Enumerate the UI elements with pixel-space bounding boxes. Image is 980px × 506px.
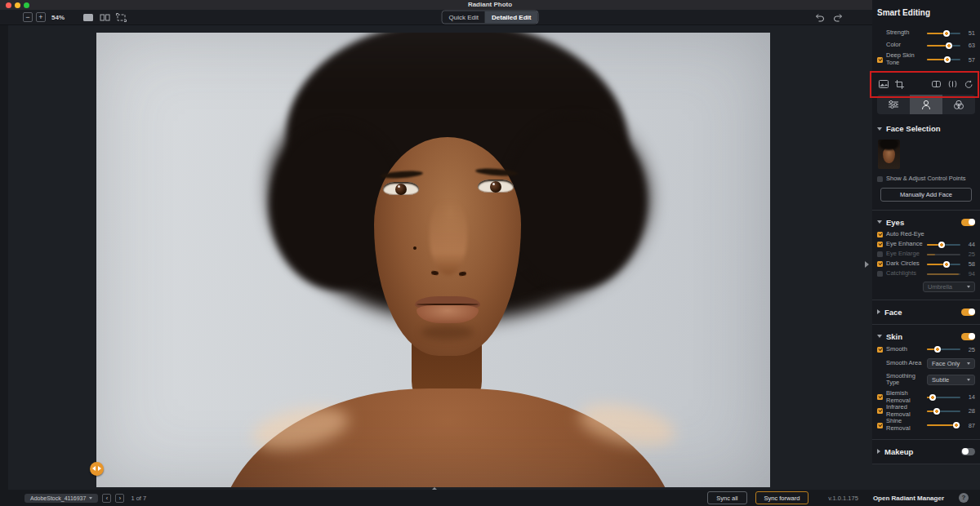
portrait-face [374, 137, 521, 356]
slider-knob[interactable] [944, 56, 951, 63]
quick-edit-tab[interactable]: Quick Edit [443, 11, 485, 24]
smooth-area-row: Smooth Area Face Only [872, 358, 980, 369]
dark-circles-checkbox[interactable] [877, 261, 883, 267]
face-thumbnail[interactable] [878, 140, 900, 169]
tab-color[interactable] [942, 95, 975, 114]
blemish-removal-checkbox[interactable] [877, 394, 883, 400]
catchlights-slider[interactable] [927, 273, 960, 275]
skin-toggle[interactable] [961, 333, 975, 340]
open-radiant-manager-link[interactable]: Open Radiant Manager [873, 495, 944, 502]
sync-all-button[interactable]: Sync all [707, 491, 746, 504]
eye-enlarge-checkbox[interactable] [877, 251, 883, 257]
zoom-out-button[interactable]: − [23, 12, 33, 22]
deep-skin-tone-checkbox[interactable] [877, 57, 883, 63]
bottombar: AdobeStock_4116937 ‹ › 1 of 7 Sync all S… [0, 490, 980, 506]
detailed-edit-tab[interactable]: Detailed Edit [485, 11, 537, 24]
skin-section-header[interactable]: Skin [872, 329, 980, 344]
infrared-removal-row: Infrared Removal 28 [872, 404, 980, 418]
image-icon[interactable] [879, 80, 889, 88]
preview-icon[interactable] [948, 80, 957, 88]
eye-enhance-slider[interactable] [927, 244, 960, 246]
makeup-section-header[interactable]: Makeup [872, 444, 980, 459]
disclosure-triangle-icon [877, 449, 880, 454]
blemish-removal-slider[interactable] [927, 397, 960, 398]
catchlight-type-dropdown[interactable]: Umbrella [923, 282, 975, 292]
face-selection-header[interactable]: Face Selection [872, 121, 980, 136]
deep-skin-tone-slider-row: Deep Skin Tone 57 [872, 51, 980, 68]
filename-dropdown[interactable]: AdobeStock_4116937 [24, 494, 98, 503]
titlebar: Radiant Photo [0, 0, 980, 10]
catchlight-type-row: Umbrella [872, 282, 980, 292]
compare-icon[interactable] [932, 80, 941, 88]
control-points-checkbox[interactable] [877, 176, 883, 182]
panel-collapse-icon[interactable] [865, 261, 869, 268]
edit-panel: Smart Editing Strength 51 Color 63 Deep … [872, 0, 980, 464]
dark-circles-row: Dark Circles 58 [872, 260, 980, 269]
page-indicator: 1 of 7 [131, 495, 146, 502]
color-slider-row: Color 63 [872, 39, 980, 51]
crop-icon[interactable] [895, 80, 904, 89]
smooth-checkbox[interactable] [877, 347, 883, 353]
reset-icon[interactable] [964, 80, 973, 88]
slider-value: 63 [964, 42, 975, 49]
catchlights-checkbox[interactable] [877, 271, 883, 277]
face-toggle[interactable] [961, 308, 975, 316]
portrait-eye [383, 182, 419, 195]
strength-slider[interactable] [927, 33, 960, 34]
makeup-toggle[interactable] [961, 448, 975, 455]
slider-knob[interactable] [943, 30, 950, 37]
arrow-left-icon [92, 466, 96, 471]
disclosure-triangle-icon [877, 309, 880, 314]
previous-image-button[interactable]: ‹ [102, 494, 111, 503]
portrait-eye [478, 180, 514, 193]
help-icon[interactable]: ? [959, 493, 969, 503]
sync-forward-button[interactable]: Sync forward [755, 491, 809, 504]
manually-add-face-button[interactable]: Manually Add Face [880, 188, 972, 202]
redo-icon[interactable] [833, 11, 843, 25]
portrait-hair [286, 33, 629, 266]
eye-enlarge-row: Eye Enlarge 25 [872, 250, 980, 260]
split-view-icon[interactable] [100, 13, 110, 22]
portrait-shoulders [217, 388, 679, 487]
eyes-toggle[interactable] [961, 219, 975, 226]
filename: AdobeStock_4116937 [30, 495, 86, 501]
single-view-icon[interactable] [82, 13, 94, 22]
chevron-down-icon [967, 379, 970, 381]
crop-frame-icon[interactable] [116, 13, 127, 22]
portrait-neck [412, 335, 482, 412]
undo-icon[interactable] [815, 11, 825, 25]
infrared-removal-slider[interactable] [927, 411, 960, 412]
eyes-section-header[interactable]: Eyes [872, 215, 980, 230]
tab-adjustments[interactable] [877, 95, 910, 114]
slider-value: 57 [964, 56, 975, 64]
chevron-down-icon [967, 362, 970, 365]
panel-title: Smart Editing [872, 0, 980, 17]
smooth-area-dropdown[interactable]: Face Only [927, 358, 975, 369]
eye-enlarge-slider[interactable] [927, 254, 960, 255]
before-after-handle[interactable] [90, 462, 104, 476]
next-image-button[interactable]: › [115, 494, 124, 503]
portrait-lips [415, 296, 480, 309]
face-section-header[interactable]: Face [872, 304, 980, 320]
radiant-photo-app: Radiant Photo − + 54% Quick Edit Detaile… [0, 0, 980, 506]
smooth-row: Smooth 25 [872, 344, 980, 355]
disclosure-triangle-icon [877, 127, 882, 131]
dark-circles-slider[interactable] [927, 264, 960, 265]
shine-removal-checkbox[interactable] [877, 423, 883, 428]
infrared-removal-checkbox[interactable] [877, 408, 883, 414]
shine-removal-slider[interactable] [927, 424, 960, 426]
eye-enhance-checkbox[interactable] [877, 242, 883, 247]
slider-knob[interactable] [946, 42, 952, 49]
disclosure-triangle-icon [877, 220, 882, 224]
smooth-slider[interactable] [927, 348, 960, 350]
slider-label: Color [886, 42, 924, 49]
auto-red-eye-checkbox[interactable] [877, 232, 883, 237]
deep-skin-tone-slider[interactable] [927, 59, 960, 60]
smoothing-type-dropdown[interactable]: Subtle [927, 375, 975, 385]
chevron-down-icon [967, 286, 970, 288]
blemish-removal-row: Blemish Removal 14 [872, 390, 980, 404]
control-points-row: Show & Adjust Control Points [872, 175, 980, 183]
tab-portrait[interactable] [910, 95, 942, 114]
zoom-in-button[interactable]: + [36, 12, 46, 22]
color-slider[interactable] [927, 45, 960, 47]
